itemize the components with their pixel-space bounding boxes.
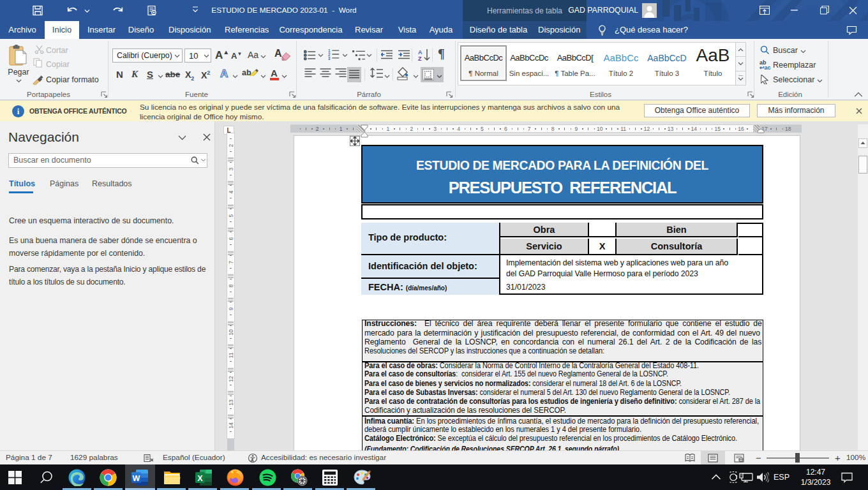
svg-text:3: 3 xyxy=(328,56,331,61)
svg-text:W: W xyxy=(133,474,140,483)
svg-text:X: X xyxy=(197,474,203,483)
